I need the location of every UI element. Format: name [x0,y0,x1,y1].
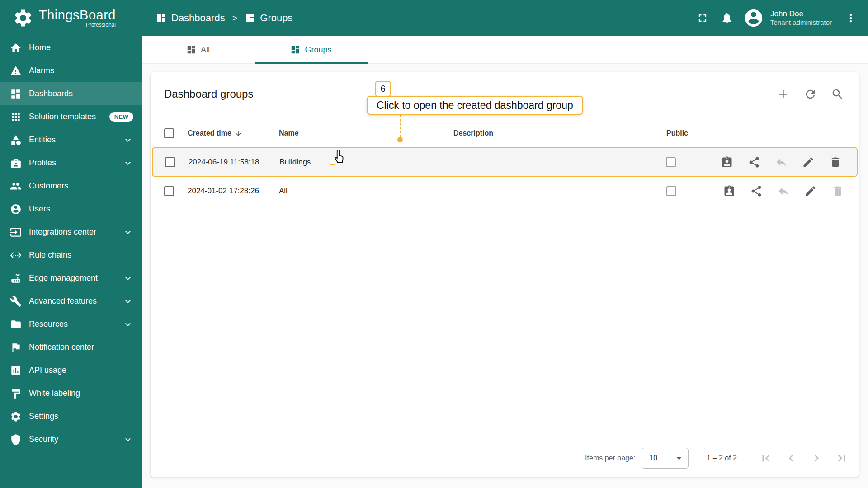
dashboard-groups-card: Dashboard groups Created time Name Descr… [151,72,859,477]
new-badge: NEW [109,112,133,122]
sidebar-item-customers[interactable]: Customers [0,174,142,197]
solution-templates-icon [10,111,22,123]
chevron-down-icon [123,434,133,445]
edge-icon [10,272,22,284]
table-row-all[interactable]: 2024-01-02 17:28:26 All [151,177,859,206]
tab-groups[interactable]: Groups [255,36,368,63]
dashboards-icon [186,45,196,55]
sidebar-item-edge-management[interactable]: Edge management [0,267,142,290]
sidebar-item-notification-center[interactable]: Notification center [0,336,142,359]
account-circle-icon [743,8,764,28]
sidebar-item-profiles[interactable]: Profiles [0,151,142,174]
breadcrumb-dashboards[interactable]: Dashboards [156,12,225,24]
public-checkbox[interactable] [666,157,676,167]
add-button[interactable] [773,84,793,104]
edit-button[interactable] [802,155,815,169]
share-icon [750,185,763,197]
sidebar-item-entities[interactable]: Entities [0,128,142,151]
resources-icon [10,319,22,330]
edit-icon [804,185,817,197]
cell-name: All [279,187,453,196]
notifications-button[interactable] [716,7,738,29]
sidebar-item-label: White labeling [29,389,80,398]
users-icon [10,203,22,215]
sidebar-item-label: Resources [29,319,68,329]
fullscreen-icon [696,12,709,24]
sidebar-item-security[interactable]: Security [0,428,142,451]
paginator: Items per page: 10 1 – 2 of 2 [151,440,859,477]
column-header-public[interactable]: Public [666,129,721,137]
table-row-buildings[interactable]: 2024-06-19 11:58:18 Buildings [152,147,858,177]
sidebar-item-dashboards[interactable]: Dashboards [0,82,142,105]
column-header-created-time[interactable]: Created time [188,129,279,137]
sidebar-item-rule-chains[interactable]: Rule chains [0,244,142,267]
sidebar-item-label: Entities [29,135,56,145]
sidebar-item-api-usage[interactable]: API usage [0,359,142,382]
tutorial-pointer-dot [397,137,403,142]
edit-icon [802,156,815,169]
items-per-page-label: Items per page: [585,454,635,462]
select-all-checkbox[interactable] [164,128,174,138]
share-button[interactable] [750,184,763,198]
page-size-select[interactable]: 10 [642,448,689,469]
avatar[interactable] [743,8,764,28]
bell-icon [721,12,733,24]
column-header-description[interactable]: Description [453,129,666,137]
dropdown-caret-icon [676,457,682,460]
breadcrumb-groups[interactable]: Groups [245,12,292,24]
sidebar-item-settings[interactable]: Settings [0,405,142,428]
dashboards-icon [290,45,300,55]
sidebar-item-white-labeling[interactable]: White labeling [0,382,142,405]
more-menu-button[interactable] [840,7,862,29]
sidebar-item-users[interactable]: Users [0,197,142,221]
row-checkbox[interactable] [164,186,174,196]
fullscreen-button[interactable] [692,7,713,29]
sidebar-item-solution-templates[interactable]: Solution templates NEW [0,105,142,128]
sidebar: Home Alarms Dashboards Solution template… [0,36,142,488]
advanced-icon [10,296,22,307]
sidebar-item-integrations-center[interactable]: Integrations center [0,221,142,244]
tabs-bar: All Groups [142,36,868,64]
user-role: Tenant administrator [770,19,832,27]
manage-users-button[interactable] [722,184,736,198]
column-header-name[interactable]: Name [279,129,453,137]
edit-button[interactable] [804,184,817,198]
home-icon [10,42,22,54]
sidebar-item-resources[interactable]: Resources [0,313,142,336]
chevron-down-icon [123,273,133,284]
make-private-button[interactable] [777,184,790,198]
app-logo[interactable]: ThingsBoard Professional [0,8,142,28]
delete-button[interactable] [831,184,844,198]
share-button[interactable] [747,155,761,169]
breadcrumb: Dashboards > Groups [156,12,292,24]
sidebar-item-advanced-features[interactable]: Advanced features [0,290,142,313]
public-checkbox[interactable] [666,186,676,196]
sidebar-item-label: Rule chains [29,250,71,260]
cursor-pointer-icon [331,149,347,164]
delete-button[interactable] [829,155,842,169]
tab-all[interactable]: All [142,36,255,63]
breadcrumb-label: Groups [260,12,292,24]
make-private-icon [775,156,788,169]
sidebar-item-alarms[interactable]: Alarms [0,59,142,82]
delete-icon [831,185,844,197]
search-button[interactable] [827,84,847,104]
make-private-button[interactable] [774,155,788,169]
sidebar-item-home[interactable]: Home [0,36,142,59]
more-vert-icon [844,12,857,24]
manage-users-button[interactable] [720,155,734,169]
brand-edition: Professional [39,22,116,28]
column-label: Public [666,129,688,137]
first-page-button[interactable] [753,446,778,471]
search-icon [831,88,844,101]
sidebar-item-label: Settings [29,412,58,421]
sidebar-item-label: Notification center [29,343,94,352]
previous-page-button[interactable] [778,446,804,471]
column-label: Name [279,129,299,137]
sidebar-item-label: Security [29,435,58,444]
next-page-button[interactable] [804,446,829,471]
refresh-button[interactable] [800,84,820,104]
last-page-button[interactable] [829,446,854,471]
security-icon [10,434,22,446]
row-checkbox[interactable] [165,157,175,167]
